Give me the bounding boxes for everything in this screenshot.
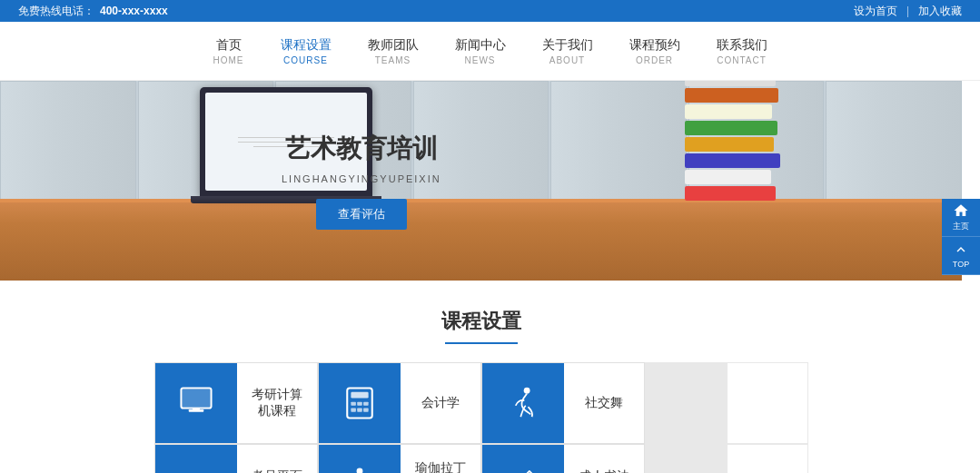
course-card-calligraphy[interactable]: 成人书法艺术班 (481, 444, 645, 473)
hotline-number: 400-xxx-xxxx (100, 5, 168, 17)
hero-subtitle: LINGHANGYINGYUPEIXIN (282, 173, 441, 184)
nav-news-en: NEWS (465, 55, 496, 65)
book-1 (685, 186, 776, 201)
navigation: 首页 HOME 课程设置 COURSE 教师团队 TEAMS 新闻中心 NEWS… (0, 22, 980, 81)
hero-content-block: 艺术教育培训 LINGHANGYINGYUPEIXIN 查看评估 (282, 132, 441, 230)
tv-camera-icon (176, 465, 216, 473)
hero-title: 艺术教育培训 (282, 132, 441, 166)
nav-item-course[interactable]: 课程设置 COURSE (281, 37, 332, 65)
table-surface (0, 199, 962, 281)
svg-rect-5 (351, 392, 368, 399)
nav-teams-en: TEAMS (375, 55, 411, 65)
right-sidebar: 主页 TOP (942, 199, 980, 275)
svg-rect-8 (363, 402, 369, 406)
dance-course-label: 社交舞 (564, 395, 644, 411)
svg-rect-2 (192, 409, 199, 409)
calculator-icon (340, 383, 380, 423)
nav-item-contact[interactable]: 联系我们 CONTACT (717, 37, 767, 65)
nav-course-cn: 课程设置 (281, 37, 332, 54)
nav-order-cn: 课程预约 (629, 37, 680, 54)
nav-order-en: ORDER (636, 55, 673, 65)
nav-news-cn: 新闻中心 (455, 37, 506, 54)
favorites-link[interactable]: 加入收藏 (918, 4, 962, 19)
svg-rect-1 (188, 409, 203, 412)
nav-home-en: HOME (213, 55, 244, 65)
svg-rect-7 (357, 402, 362, 406)
nav-home-cn: 首页 (216, 37, 242, 54)
course-card-broadcast[interactable]: 考品平面广告设计 (154, 444, 318, 473)
yoga-course-label: 瑜伽拉丁舞跳绳训练班 (401, 460, 480, 473)
top-right-links: 设为首页 | 加入收藏 (854, 4, 962, 19)
nav-course-en: COURSE (283, 55, 328, 65)
course-grid-row1: 考研计算机课程 会计学 (154, 362, 808, 444)
accounting-icon-box (319, 362, 401, 444)
divider: | (906, 5, 909, 17)
dancer-icon (503, 383, 543, 423)
broadcast-course-label: 考品平面广告设计 (237, 468, 317, 473)
hotline-label: 免费热线电话： (18, 4, 94, 19)
yoga-icon (340, 465, 380, 473)
book-4 (685, 137, 774, 152)
home-icon (953, 202, 969, 219)
course-card-placeholder2[interactable] (645, 444, 808, 473)
accounting-course-label: 会计学 (401, 395, 480, 411)
nav-teams-cn: 教师团队 (368, 37, 419, 54)
book-2 (685, 170, 771, 184)
course-section: 课程设置 考研计算机课程 (0, 281, 962, 473)
svg-rect-10 (357, 409, 362, 412)
sidebar-home-label: 主页 (953, 221, 969, 232)
sidebar-top-label: TOP (953, 260, 969, 269)
book-8 (685, 81, 776, 86)
placeholder1-icon-box (646, 362, 728, 444)
sidebar-home-button[interactable]: 主页 (942, 199, 980, 237)
book-7 (685, 88, 778, 103)
section-title: 课程设置 (18, 308, 944, 335)
placeholder2-icon-box (646, 444, 728, 473)
course-card-accounting[interactable]: 会计学 (318, 362, 481, 444)
table-edge (0, 199, 962, 202)
course-card-placeholder1[interactable] (645, 362, 808, 444)
top-bar: 免费热线电话： 400-xxx-xxxx 设为首页 | 加入收藏 (0, 0, 980, 22)
course-grid-row2: 考品平面广告设计 瑜伽拉丁舞跳绳训练班 (154, 444, 808, 473)
nav-contact-cn: 联系我们 (717, 37, 767, 54)
computer-course-label: 考研计算机课程 (237, 387, 317, 419)
calligraphy-course-label: 成人书法艺术班 (564, 468, 644, 473)
course-card-yoga[interactable]: 瑜伽拉丁舞跳绳训练班 (318, 444, 481, 473)
nav-item-order[interactable]: 课程预约 ORDER (629, 37, 680, 65)
dance-icon-box (482, 362, 564, 444)
book-6 (685, 104, 772, 119)
hero-cta-button[interactable]: 查看评估 (316, 199, 407, 230)
nav-item-teams[interactable]: 教师团队 TEAMS (368, 37, 419, 65)
svg-point-22 (356, 468, 362, 473)
svg-rect-3 (182, 389, 209, 407)
svg-point-12 (523, 388, 530, 394)
nav-contact-en: CONTACT (717, 55, 767, 65)
pencil-icon (503, 465, 543, 473)
nav-about-cn: 关于我们 (542, 37, 593, 54)
nav-item-home[interactable]: 首页 HOME (213, 37, 244, 65)
svg-rect-11 (363, 409, 369, 412)
books-stack (685, 81, 780, 201)
hotline-section: 免费热线电话： 400-xxx-xxxx (18, 4, 168, 19)
chevron-up-icon (953, 241, 969, 258)
nav-about-en: ABOUT (549, 55, 585, 65)
calligraphy-icon-box (482, 444, 564, 473)
yoga-icon-box (319, 444, 401, 473)
course-card-computer[interactable]: 考研计算机课程 (154, 362, 318, 444)
set-home-link[interactable]: 设为首页 (854, 4, 897, 19)
hero-banner: 艺术教育培训 LINGHANGYINGYUPEIXIN 查看评估 (0, 81, 962, 281)
computer-icon-box (155, 362, 237, 444)
monitor-icon (176, 383, 216, 423)
sidebar-top-button[interactable]: TOP (942, 237, 980, 275)
section-title-divider (445, 342, 518, 344)
svg-rect-6 (351, 402, 356, 406)
course-card-dance[interactable]: 社交舞 (481, 362, 645, 444)
nav-items-container: 首页 HOME 课程设置 COURSE 教师团队 TEAMS 新闻中心 NEWS… (213, 37, 767, 65)
section-header: 课程设置 (18, 308, 944, 344)
book-5 (685, 121, 777, 135)
svg-rect-9 (351, 409, 356, 412)
nav-item-about[interactable]: 关于我们 ABOUT (542, 37, 593, 65)
book-3 (685, 153, 780, 168)
course-content: 课程设置 考研计算机课程 (0, 281, 962, 473)
nav-item-news[interactable]: 新闻中心 NEWS (455, 37, 506, 65)
